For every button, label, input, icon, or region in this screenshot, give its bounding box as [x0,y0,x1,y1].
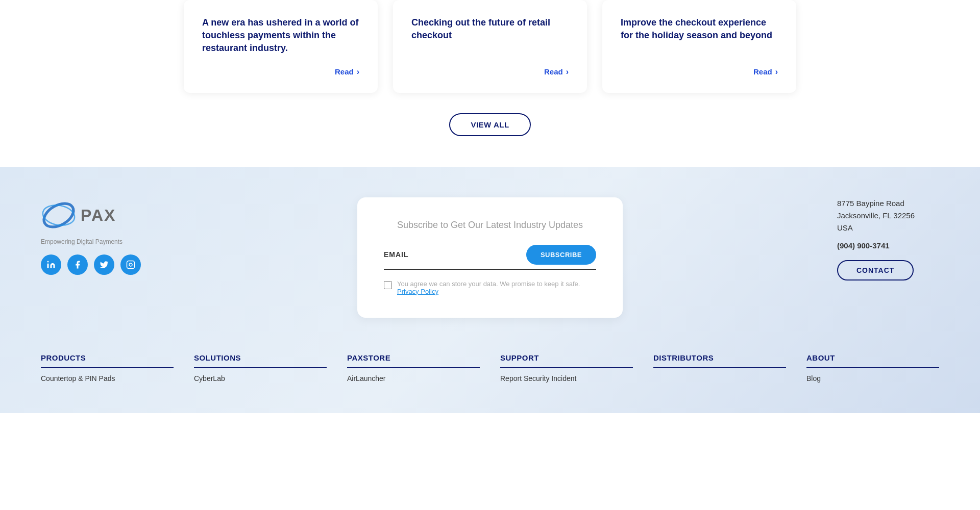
contact-area: 8775 Baypine Road Jacksonville, FL 32256… [837,197,939,280]
footer-col-about: ABOUT Blog [806,353,939,382]
phone-text: (904) 900-3741 [837,241,890,250]
consent-text: You agree we can store your data. We pro… [397,280,596,295]
consent-checkbox[interactable] [384,281,392,289]
logo-area: PAX Empowering Digital Payments [41,197,143,275]
card-1-title: A new era has ushered in a world of touc… [202,16,359,55]
card-2-read-label: Read [544,67,563,76]
twitter-icon[interactable] [94,254,114,275]
privacy-policy-link[interactable]: Privacy Policy [397,288,438,295]
cards-row: A new era has ushered in a world of touc… [184,0,796,93]
svg-rect-2 [47,263,49,268]
view-all-button[interactable]: VIEW ALL [449,113,530,136]
footer-col-products: PRODUCTS Countertop & PIN Pads [41,353,174,382]
contact-button[interactable]: CONTACT [837,260,914,280]
footer-col-paxstore: PAXSTORE AirLauncher [347,353,480,382]
card-1-read-link[interactable]: Read › [335,67,359,76]
footer-section: PAX Empowering Digital Payments [0,167,980,413]
support-col-title: SUPPORT [500,353,633,368]
svg-rect-4 [127,261,135,268]
address-text: 8775 Baypine Road Jacksonville, FL 32256… [837,197,915,234]
footer-nav: PRODUCTS Countertop & PIN Pads SOLUTIONS… [41,348,939,382]
facebook-icon[interactable] [67,254,88,275]
about-col-title: ABOUT [806,353,939,368]
card-1-arrow-icon: › [357,67,359,76]
article-card-2: Checking out the future of retail checko… [393,0,587,93]
products-col-title: PRODUCTS [41,353,174,368]
about-link-blog[interactable]: Blog [806,374,939,382]
email-input[interactable] [421,250,520,259]
card-3-read-link[interactable]: Read › [753,67,778,76]
distributors-col-title: DISTRIBUTORS [653,353,786,368]
linkedin-icon[interactable] [41,254,61,275]
card-3-arrow-icon: › [775,67,778,76]
svg-point-0 [41,198,77,232]
svg-point-3 [47,261,49,262]
paxstore-link-airlauncher[interactable]: AirLauncher [347,374,480,382]
subscribe-title: Subscribe to Get Our Latest Industry Upd… [384,220,596,231]
top-section: A new era has ushered in a world of touc… [0,0,980,167]
card-3-title: Improve the checkout experience for the … [621,16,778,42]
card-2-title: Checking out the future of retail checko… [411,16,569,42]
footer-top: PAX Empowering Digital Payments [41,197,939,318]
footer-col-solutions: SOLUTIONS CyberLab [194,353,327,382]
card-2-read-link[interactable]: Read › [544,67,569,76]
paxstore-col-title: PAXSTORE [347,353,480,368]
footer-col-distributors: DISTRIBUTORS [653,353,786,382]
social-icons [41,254,141,275]
card-1-read-label: Read [335,67,354,76]
instagram-icon[interactable] [120,254,141,275]
products-link-countertop[interactable]: Countertop & PIN Pads [41,374,174,382]
email-label: EMAIL [384,250,414,259]
pax-text-group: PAX [81,207,116,223]
pax-brand-name: PAX [81,207,116,223]
footer-col-support: SUPPORT Report Security Incident [500,353,633,382]
pax-tagline: Empowering Digital Payments [41,238,122,245]
article-card-3: Improve the checkout experience for the … [602,0,796,93]
solutions-col-title: SOLUTIONS [194,353,327,368]
article-card-1: A new era has ushered in a world of touc… [184,0,378,93]
support-link-security[interactable]: Report Security Incident [500,374,633,382]
card-2-arrow-icon: › [566,67,569,76]
subscribe-button[interactable]: SUBSCRIBE [526,245,596,265]
consent-row: You agree we can store your data. We pro… [384,280,596,295]
solutions-link-cyberlab[interactable]: CyberLab [194,374,327,382]
email-row: EMAIL SUBSCRIBE [384,245,596,270]
pax-logo: PAX [41,197,116,233]
pax-oval-icon [41,197,77,233]
subscribe-box: Subscribe to Get Our Latest Industry Upd… [357,197,623,318]
card-3-read-label: Read [753,67,772,76]
